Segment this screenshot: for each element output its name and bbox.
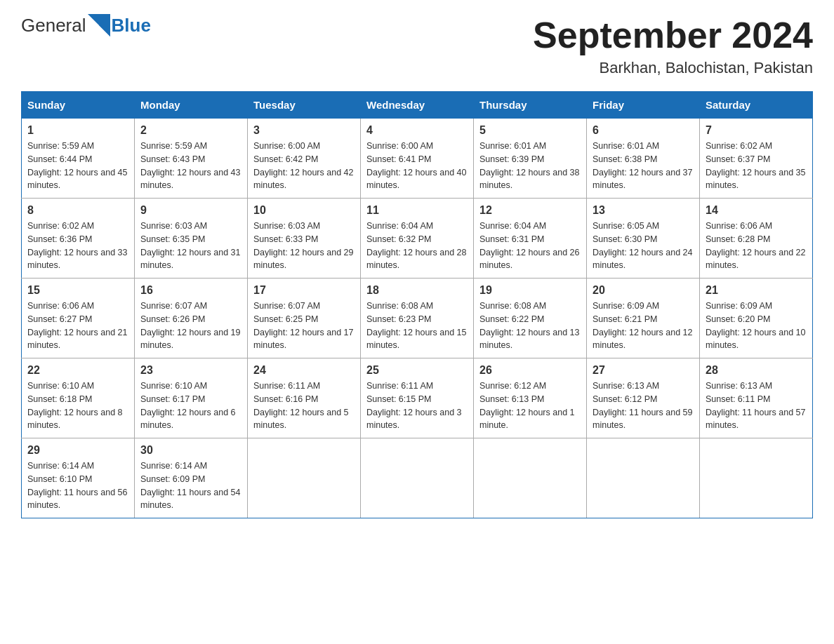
day-number: 7 <box>706 124 807 137</box>
day-info: Sunrise: 6:04 AMSunset: 6:32 PMDaylight:… <box>366 220 468 272</box>
day-number: 27 <box>593 364 694 377</box>
day-number: 4 <box>366 124 468 137</box>
day-info: Sunrise: 6:10 AMSunset: 6:18 PMDaylight:… <box>27 380 128 432</box>
day-info: Sunrise: 6:13 AMSunset: 6:12 PMDaylight:… <box>593 380 694 432</box>
calendar-cell <box>248 438 361 518</box>
day-number: 26 <box>479 364 581 377</box>
calendar-cell: 9Sunrise: 6:03 AMSunset: 6:35 PMDaylight… <box>135 199 248 279</box>
day-info: Sunrise: 6:08 AMSunset: 6:22 PMDaylight:… <box>479 300 581 352</box>
day-info: Sunrise: 6:00 AMSunset: 6:42 PMDaylight:… <box>253 140 355 192</box>
calendar-cell: 20Sunrise: 6:09 AMSunset: 6:21 PMDayligh… <box>587 279 700 358</box>
calendar-table: SundayMondayTuesdayWednesdayThursdayFrid… <box>21 91 813 518</box>
calendar-cell: 27Sunrise: 6:13 AMSunset: 6:12 PMDayligh… <box>587 358 700 438</box>
weekday-header-saturday: Saturday <box>700 92 813 119</box>
calendar-cell: 5Sunrise: 6:01 AMSunset: 6:39 PMDaylight… <box>474 119 587 199</box>
day-info: Sunrise: 6:11 AMSunset: 6:16 PMDaylight:… <box>253 380 355 432</box>
calendar-cell: 22Sunrise: 6:10 AMSunset: 6:18 PMDayligh… <box>22 358 135 438</box>
day-number: 14 <box>706 204 807 217</box>
calendar-cell: 28Sunrise: 6:13 AMSunset: 6:11 PMDayligh… <box>700 358 813 438</box>
day-info: Sunrise: 6:01 AMSunset: 6:38 PMDaylight:… <box>593 140 694 192</box>
calendar-cell <box>587 438 700 518</box>
calendar-cell: 24Sunrise: 6:11 AMSunset: 6:16 PMDayligh… <box>248 358 361 438</box>
day-info: Sunrise: 6:11 AMSunset: 6:15 PMDaylight:… <box>366 380 468 432</box>
day-info: Sunrise: 6:06 AMSunset: 6:27 PMDaylight:… <box>27 300 128 352</box>
day-info: Sunrise: 6:03 AMSunset: 6:33 PMDaylight:… <box>253 220 355 272</box>
calendar-cell <box>361 438 474 518</box>
calendar-cell: 21Sunrise: 6:09 AMSunset: 6:20 PMDayligh… <box>700 279 813 358</box>
day-info: Sunrise: 6:14 AMSunset: 6:10 PMDaylight:… <box>27 459 128 512</box>
calendar-cell: 8Sunrise: 6:02 AMSunset: 6:36 PMDaylight… <box>22 199 135 279</box>
calendar-week-row: 22Sunrise: 6:10 AMSunset: 6:18 PMDayligh… <box>22 358 813 438</box>
page-header: General Blue September 2024 Barkhan, Bal… <box>21 14 813 77</box>
day-info: Sunrise: 6:08 AMSunset: 6:23 PMDaylight:… <box>366 300 468 352</box>
weekday-header-monday: Monday <box>135 92 248 119</box>
calendar-cell: 13Sunrise: 6:05 AMSunset: 6:30 PMDayligh… <box>587 199 700 279</box>
calendar-header-row: SundayMondayTuesdayWednesdayThursdayFrid… <box>22 92 813 119</box>
day-number: 16 <box>140 284 241 297</box>
calendar-week-row: 1Sunrise: 5:59 AMSunset: 6:44 PMDaylight… <box>22 119 813 199</box>
calendar-week-row: 29Sunrise: 6:14 AMSunset: 6:10 PMDayligh… <box>22 438 813 518</box>
day-info: Sunrise: 6:07 AMSunset: 6:26 PMDaylight:… <box>140 300 241 352</box>
calendar-cell: 10Sunrise: 6:03 AMSunset: 6:33 PMDayligh… <box>248 199 361 279</box>
title-area: September 2024 Barkhan, Balochistan, Pak… <box>533 14 813 77</box>
calendar-cell: 25Sunrise: 6:11 AMSunset: 6:15 PMDayligh… <box>361 358 474 438</box>
calendar-cell: 17Sunrise: 6:07 AMSunset: 6:25 PMDayligh… <box>248 279 361 358</box>
calendar-cell: 3Sunrise: 6:00 AMSunset: 6:42 PMDaylight… <box>248 119 361 199</box>
day-number: 30 <box>140 444 241 457</box>
day-number: 6 <box>593 124 694 137</box>
day-number: 24 <box>253 364 355 377</box>
day-info: Sunrise: 6:13 AMSunset: 6:11 PMDaylight:… <box>706 380 807 432</box>
day-info: Sunrise: 6:06 AMSunset: 6:28 PMDaylight:… <box>706 220 807 272</box>
calendar-cell: 7Sunrise: 6:02 AMSunset: 6:37 PMDaylight… <box>700 119 813 199</box>
day-info: Sunrise: 6:02 AMSunset: 6:36 PMDaylight:… <box>27 220 128 272</box>
calendar-cell: 1Sunrise: 5:59 AMSunset: 6:44 PMDaylight… <box>22 119 135 199</box>
day-info: Sunrise: 6:14 AMSunset: 6:09 PMDaylight:… <box>140 459 241 512</box>
calendar-cell: 18Sunrise: 6:08 AMSunset: 6:23 PMDayligh… <box>361 279 474 358</box>
day-number: 18 <box>366 284 468 297</box>
weekday-header-tuesday: Tuesday <box>248 92 361 119</box>
day-number: 19 <box>479 284 581 297</box>
day-number: 11 <box>366 204 468 217</box>
day-info: Sunrise: 6:10 AMSunset: 6:17 PMDaylight:… <box>140 380 241 432</box>
weekday-header-sunday: Sunday <box>22 92 135 119</box>
calendar-week-row: 15Sunrise: 6:06 AMSunset: 6:27 PMDayligh… <box>22 279 813 358</box>
calendar-cell: 16Sunrise: 6:07 AMSunset: 6:26 PMDayligh… <box>135 279 248 358</box>
day-number: 22 <box>27 364 128 377</box>
day-info: Sunrise: 6:04 AMSunset: 6:31 PMDaylight:… <box>479 220 581 272</box>
day-info: Sunrise: 6:07 AMSunset: 6:25 PMDaylight:… <box>253 300 355 352</box>
logo-text-general: General <box>21 15 86 36</box>
calendar-cell: 12Sunrise: 6:04 AMSunset: 6:31 PMDayligh… <box>474 199 587 279</box>
calendar-cell: 11Sunrise: 6:04 AMSunset: 6:32 PMDayligh… <box>361 199 474 279</box>
day-number: 28 <box>706 364 807 377</box>
day-number: 5 <box>479 124 581 137</box>
calendar-week-row: 8Sunrise: 6:02 AMSunset: 6:36 PMDaylight… <box>22 199 813 279</box>
location-title: Barkhan, Balochistan, Pakistan <box>533 59 813 77</box>
day-number: 15 <box>27 284 128 297</box>
calendar-cell: 6Sunrise: 6:01 AMSunset: 6:38 PMDaylight… <box>587 119 700 199</box>
day-number: 23 <box>140 364 241 377</box>
day-info: Sunrise: 6:09 AMSunset: 6:21 PMDaylight:… <box>593 300 694 352</box>
day-number: 10 <box>253 204 355 217</box>
logo: General Blue <box>21 14 151 36</box>
day-info: Sunrise: 6:01 AMSunset: 6:39 PMDaylight:… <box>479 140 581 192</box>
weekday-header-friday: Friday <box>587 92 700 119</box>
logo-text-blue: Blue <box>112 15 151 36</box>
day-number: 2 <box>140 124 241 137</box>
day-number: 13 <box>593 204 694 217</box>
day-number: 25 <box>366 364 468 377</box>
day-info: Sunrise: 5:59 AMSunset: 6:43 PMDaylight:… <box>140 140 241 192</box>
day-number: 8 <box>27 204 128 217</box>
month-title: September 2024 <box>533 14 813 56</box>
day-number: 21 <box>706 284 807 297</box>
calendar-cell <box>700 438 813 518</box>
day-number: 9 <box>140 204 241 217</box>
calendar-cell: 15Sunrise: 6:06 AMSunset: 6:27 PMDayligh… <box>22 279 135 358</box>
day-info: Sunrise: 6:12 AMSunset: 6:13 PMDaylight:… <box>479 380 581 432</box>
day-number: 20 <box>593 284 694 297</box>
calendar-cell: 26Sunrise: 6:12 AMSunset: 6:13 PMDayligh… <box>474 358 587 438</box>
calendar-cell: 29Sunrise: 6:14 AMSunset: 6:10 PMDayligh… <box>22 438 135 518</box>
day-info: Sunrise: 6:09 AMSunset: 6:20 PMDaylight:… <box>706 300 807 352</box>
calendar-cell: 2Sunrise: 5:59 AMSunset: 6:43 PMDaylight… <box>135 119 248 199</box>
day-number: 1 <box>27 124 128 137</box>
day-info: Sunrise: 6:02 AMSunset: 6:37 PMDaylight:… <box>706 140 807 192</box>
